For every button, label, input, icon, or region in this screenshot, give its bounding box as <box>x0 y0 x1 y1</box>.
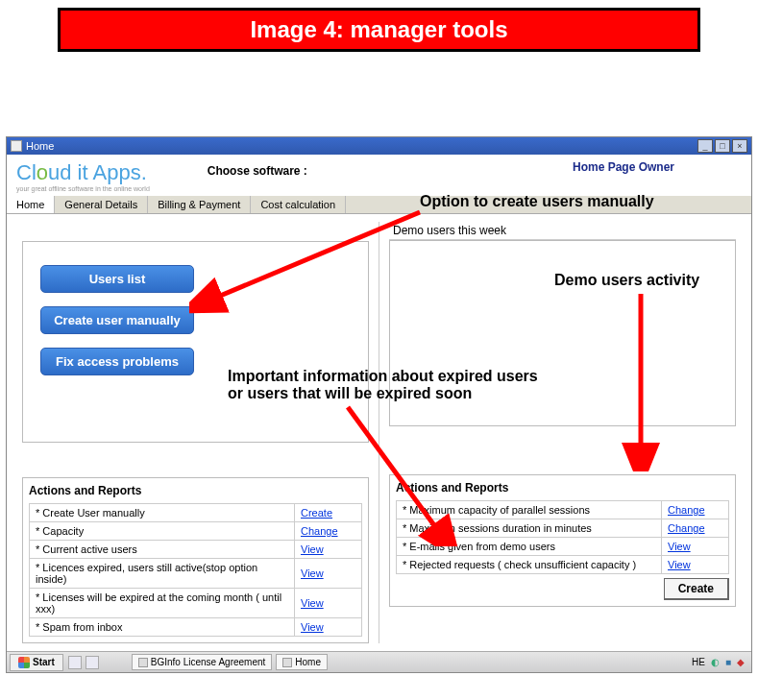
image-banner: Image 4: manager tools <box>61 11 697 49</box>
windows-icon <box>18 657 30 668</box>
create-link[interactable]: Create <box>295 504 362 522</box>
app-icon <box>138 658 148 667</box>
view-link[interactable]: View <box>295 559 362 589</box>
reports-title: Actions and Reports <box>29 484 362 503</box>
right-reports-table: * Maximum capacity of parallel sessionsC… <box>396 500 729 574</box>
taskbar-item-home[interactable]: Home <box>276 654 328 670</box>
logo-tagline: your great offline software in the onlin… <box>16 185 150 192</box>
view-link[interactable]: View <box>295 618 362 637</box>
quick-launch-icon[interactable] <box>68 656 82 669</box>
home-page-owner-link[interactable]: Home Page Owner <box>573 160 674 174</box>
right-reports-panel: Actions and Reports * Maximum capacity o… <box>389 474 736 607</box>
fix-access-problems-button[interactable]: Fix access problems <box>40 348 194 375</box>
left-actions-panel: Users list Create user manually Fix acce… <box>22 241 369 443</box>
system-tray: HE ◐ ■ ◆ <box>685 657 751 667</box>
choose-software-label: Choose software : <box>208 164 307 178</box>
change-link[interactable]: Change <box>662 501 729 519</box>
demo-users-panel <box>389 240 736 426</box>
table-row: * Licenses will be expired at the coming… <box>30 589 362 618</box>
table-row: * Rejected requests ( check unsufficient… <box>397 556 729 574</box>
tab-billing-payment[interactable]: Billing & Payment <box>148 196 251 213</box>
minimize-button[interactable]: _ <box>697 139 713 153</box>
table-row: * Licences expired, users still active(s… <box>30 559 362 589</box>
view-link[interactable]: View <box>295 541 362 559</box>
change-link[interactable]: Change <box>662 519 729 538</box>
left-reports-table: * Create User manuallyCreate * CapacityC… <box>29 503 362 637</box>
window-icon <box>11 140 22 152</box>
tab-home[interactable]: Home <box>7 196 55 213</box>
reports-title: Actions and Reports <box>396 481 729 500</box>
close-button[interactable]: × <box>732 139 747 153</box>
view-link[interactable]: View <box>295 589 362 618</box>
view-link[interactable]: View <box>662 556 729 574</box>
view-link[interactable]: View <box>662 538 729 556</box>
table-row: * Spam from inboxView <box>30 618 362 637</box>
tab-general-details[interactable]: General Details <box>55 196 148 213</box>
language-indicator[interactable]: HE <box>692 657 705 667</box>
column-divider <box>379 222 379 643</box>
table-row: * Create User manuallyCreate <box>30 504 362 522</box>
change-link[interactable]: Change <box>295 522 362 541</box>
window-titlebar: Home _ □ × <box>7 137 751 155</box>
left-reports-panel: Actions and Reports * Create User manual… <box>22 477 369 643</box>
logo: Cloud it Apps. your great offline softwa… <box>16 160 150 192</box>
application-window: Home _ □ × Cloud it Apps. your great off… <box>6 136 752 673</box>
table-row: * Maximum capacity of parallel sessionsC… <box>397 501 729 519</box>
start-button[interactable]: Start <box>10 654 63 671</box>
left-column: Users list Create user manually Fix acce… <box>16 222 375 643</box>
taskbar: Start BGInfo License Agreement Home HE ◐… <box>7 651 751 672</box>
tray-icon[interactable]: ■ <box>725 657 731 667</box>
create-user-manually-button[interactable]: Create user manually <box>40 306 194 334</box>
table-row: * CapacityChange <box>30 522 362 541</box>
quick-launch-icon[interactable] <box>86 656 99 669</box>
create-report-button[interactable]: Create <box>664 578 729 600</box>
table-row: * E-mails given from demo usersView <box>397 538 729 556</box>
users-list-button[interactable]: Users list <box>40 265 194 293</box>
window-title: Home <box>26 140 54 152</box>
main-content: Users list Create user manually Fix acce… <box>7 214 751 651</box>
tray-icon[interactable]: ◐ <box>711 657 720 667</box>
image-banner-frame: Image 4: manager tools <box>58 8 700 52</box>
tab-cost-calculation[interactable]: Cost calculation <box>251 196 346 213</box>
maximize-button[interactable]: □ <box>715 139 730 153</box>
table-row: * Maximum sessions duration in minutesCh… <box>397 519 729 538</box>
header-row: Cloud it Apps. your great offline softwa… <box>7 155 751 192</box>
window-body: Cloud it Apps. your great offline softwa… <box>7 155 751 651</box>
demo-users-header: Demo users this week <box>389 222 736 240</box>
app-icon <box>282 658 292 667</box>
taskbar-item-bginfo[interactable]: BGInfo License Agreement <box>132 654 273 670</box>
right-column: Demo users this week Actions and Reports… <box>383 222 742 643</box>
tab-bar: Home General Details Billing & Payment C… <box>7 196 751 214</box>
tray-icon[interactable]: ◆ <box>737 657 745 667</box>
table-row: * Current active usersView <box>30 541 362 559</box>
